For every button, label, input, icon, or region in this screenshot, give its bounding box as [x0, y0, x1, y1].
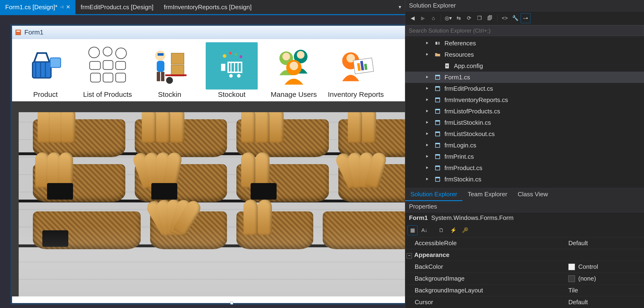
tree-item-resources[interactable]: Resources: [405, 49, 644, 60]
tree-item-frminventoryreports-cs[interactable]: frmInventoryReports.cs: [405, 94, 644, 106]
categorized-icon: ▦: [410, 227, 415, 233]
csform-icon: [434, 130, 441, 137]
tab-team-explorer[interactable]: Team Explorer: [462, 188, 512, 201]
toolbar-product-button[interactable]: Product: [14, 41, 76, 99]
property-row-cursor[interactable]: CursorDefault: [405, 296, 644, 308]
property-value[interactable]: Tile: [568, 287, 644, 294]
property-value[interactable]: Control: [568, 263, 644, 271]
property-row-backgroundimagelayout[interactable]: BackgroundImageLayoutTile: [405, 284, 644, 296]
tree-item-frmeditproduct-cs[interactable]: frmEditProduct.cs: [405, 83, 644, 94]
form-titlebar[interactable]: Form1 ━ ▭ ✕: [12, 26, 405, 39]
svg-rect-12: [116, 61, 126, 69]
tree-item-frmlistofproducts-cs[interactable]: frmListofProducts.cs: [405, 106, 644, 117]
tree-item-label: References: [444, 40, 476, 47]
preview-button[interactable]: –▪: [520, 13, 530, 23]
toolbar-stockout-button[interactable]: Stockout: [201, 41, 263, 99]
expander-icon[interactable]: [426, 166, 431, 171]
expander-icon[interactable]: [426, 154, 431, 159]
tree-item-frmprint-cs[interactable]: frmPrint.cs: [405, 151, 644, 162]
svg-rect-65: [436, 132, 440, 133]
toolbar-manage-users-button[interactable]: Manage Users: [263, 41, 325, 99]
svg-rect-44: [353, 58, 374, 74]
search-input[interactable]: [405, 25, 644, 36]
expander-icon[interactable]: [426, 52, 431, 57]
property-row-accessiblerole[interactable]: AccessibleRoleDefault: [405, 237, 644, 249]
events-button[interactable]: ⚡: [448, 225, 458, 235]
property-value[interactable]: Default: [568, 299, 644, 306]
tree-item-frmliststockout-cs[interactable]: frmListStockout.cs: [405, 128, 644, 140]
tree-item-frmlogin-cs[interactable]: frmLogin.cs: [405, 140, 644, 151]
messages-button[interactable]: 🔑: [460, 225, 470, 235]
expander-icon[interactable]: [426, 98, 431, 102]
page-icon: 🗋: [439, 227, 444, 233]
properties-grid[interactable]: AccessibleRoleDefault−AppearanceBackColo…: [405, 237, 644, 308]
property-row-backgroundimage[interactable]: BackgroundImage(none): [405, 273, 644, 284]
background-image-placeholder[interactable]: [19, 112, 405, 297]
close-icon[interactable]: ✕: [66, 4, 70, 10]
tab-form1-design[interactable]: Form1.cs [Design]* ⊣ ✕: [0, 0, 76, 14]
sync-button[interactable]: ◎▾: [443, 13, 453, 23]
nav-forward-button[interactable]: ▶: [418, 13, 428, 23]
property-row-backcolor[interactable]: BackColorControl: [405, 261, 644, 273]
tree-item-frmproduct-cs[interactable]: frmProduct.cs: [405, 162, 644, 174]
form-client-area[interactable]: Product: [12, 39, 405, 297]
alphabetical-button[interactable]: A↓: [420, 225, 429, 235]
tree-item-references[interactable]: References: [405, 37, 644, 49]
csform-icon: [434, 119, 441, 126]
users-group-icon: [268, 42, 320, 89]
wrench-icon: 🔧: [512, 15, 518, 21]
tree-item-form1-cs[interactable]: Form1.cs: [405, 72, 644, 83]
tree-item-app-config[interactable]: App.config: [405, 60, 644, 72]
expander-icon[interactable]: [426, 109, 431, 114]
property-value[interactable]: Default: [568, 240, 644, 247]
shopping-basket-icon: [20, 42, 72, 89]
expander-icon[interactable]: [426, 75, 431, 80]
tree-item-frmstockin-cs[interactable]: frmStockin.cs: [405, 174, 644, 185]
home-button[interactable]: ⌂: [428, 13, 438, 23]
files-icon: ❐: [477, 15, 482, 21]
svg-point-31: [223, 54, 226, 58]
properties-selected-object[interactable]: Form1 System.Windows.Forms.Form: [405, 212, 644, 223]
property-value[interactable]: (none): [568, 275, 644, 282]
expander-icon[interactable]: [426, 86, 431, 91]
expander-icon[interactable]: [426, 132, 431, 137]
categorized-button[interactable]: ▦: [408, 225, 418, 235]
form-designer-surface[interactable]: Form1 ━ ▭ ✕: [0, 15, 405, 308]
expander-icon[interactable]: [426, 143, 431, 148]
tab-class-view[interactable]: Class View: [512, 188, 553, 201]
collapse-button[interactable]: ⟳: [464, 13, 474, 23]
svg-rect-11: [103, 60, 113, 69]
refresh-icon: ⇆: [456, 15, 461, 21]
nav-back-button[interactable]: ◀: [408, 13, 418, 23]
resize-handle-bottom[interactable]: [230, 302, 233, 305]
refresh-button[interactable]: ⇆: [454, 13, 464, 23]
tab-overflow-button[interactable]: ▾: [397, 3, 403, 11]
expander-icon[interactable]: [426, 177, 431, 182]
tab-frminventoryreports-design[interactable]: frmInventoryReports.cs [Design]: [159, 0, 257, 14]
toolbar-login-button[interactable]: Login: [387, 41, 405, 99]
property-row-appearance[interactable]: −Appearance: [405, 249, 644, 261]
show-all-button[interactable]: ❐: [474, 13, 484, 23]
csform-icon: [434, 108, 441, 115]
expander-icon[interactable]: [426, 120, 431, 125]
tab-frmeditproduct-design[interactable]: frmEditProduct.cs [Design]: [76, 0, 159, 14]
tree-item-frmliststockin-cs[interactable]: frmListStockin.cs: [405, 117, 644, 128]
toolbar-inventory-reports-button[interactable]: Inventory Reports: [325, 41, 387, 99]
form-window[interactable]: Form1 ━ ▭ ✕: [12, 25, 405, 303]
tab-solution-explorer[interactable]: Solution Explorer: [405, 188, 462, 201]
toolbar-stockin-button[interactable]: Stockin: [138, 41, 201, 99]
collapse-icon[interactable]: −: [407, 253, 412, 258]
csform-icon: [434, 153, 441, 160]
view-code-button[interactable]: <>: [500, 13, 510, 23]
tree-item-frmstockout-cs[interactable]: frmStockout.cs: [405, 185, 644, 188]
expander-icon[interactable]: [426, 41, 431, 46]
main-toolbar: Product: [12, 39, 405, 101]
toolbar-list-of-products-button[interactable]: List of Products: [76, 41, 139, 99]
properties-button[interactable]: 🗐: [485, 13, 495, 23]
svg-rect-61: [436, 109, 440, 110]
wrench-button[interactable]: 🔧: [510, 13, 520, 23]
solution-explorer-tree[interactable]: ReferencesResourcesApp.configForm1.csfrm…: [405, 36, 644, 188]
tree-item-label: frmListStockin.cs: [444, 119, 491, 126]
property-pages-button[interactable]: 🗋: [436, 225, 446, 235]
pin-icon[interactable]: ⊣: [60, 4, 64, 10]
